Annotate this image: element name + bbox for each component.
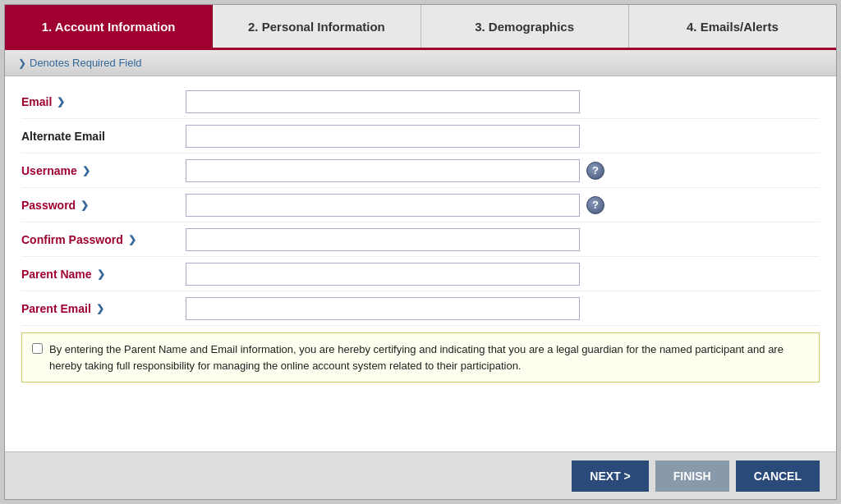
alternate-email-row: Alternate Email <box>21 119 820 153</box>
required-chevron: ❯ <box>57 96 65 108</box>
email-label: Email ❯ <box>21 95 186 108</box>
finish-button[interactable]: FINISH <box>655 460 729 492</box>
required-field-note: ❯ Denotes Required Field <box>5 50 836 76</box>
tab-personal[interactable]: 2. Personal Information <box>213 5 420 48</box>
password-help-icon[interactable]: ? <box>586 196 604 214</box>
email-input-wrap <box>186 90 820 113</box>
parent-email-input[interactable] <box>186 297 580 320</box>
username-input[interactable] <box>186 159 580 182</box>
required-chevron: ❯ <box>128 234 136 245</box>
password-label: Password ❯ <box>21 199 186 212</box>
confirm-password-label: Confirm Password ❯ <box>21 233 186 246</box>
alternate-email-input[interactable] <box>186 125 580 148</box>
email-row: Email ❯ <box>21 85 820 119</box>
parent-name-row: Parent Name ❯ <box>21 257 820 291</box>
form-area: Email ❯ Alternate Email Username <box>5 76 836 451</box>
password-input-wrap: ? <box>186 194 820 217</box>
password-row: Password ❯ ? <box>21 188 820 222</box>
next-button[interactable]: NEXT > <box>572 460 648 492</box>
required-chevron: ❯ <box>97 268 105 280</box>
email-input[interactable] <box>186 90 580 113</box>
username-label: Username ❯ <box>21 164 186 177</box>
confirm-password-input[interactable] <box>186 228 580 251</box>
content-area: ❯ Denotes Required Field Email ❯ Alterna… <box>5 50 836 451</box>
tab-emails[interactable]: 4. Emails/Alerts <box>629 5 836 48</box>
tab-demographics[interactable]: 3. Demographics <box>421 5 629 48</box>
username-help-icon[interactable]: ? <box>586 162 604 180</box>
parent-name-input-wrap <box>186 263 820 286</box>
guardian-notice: By entering the Parent Name and Email in… <box>21 332 820 383</box>
parent-email-row: Parent Email ❯ <box>21 291 820 326</box>
alternate-email-label: Alternate Email <box>21 130 186 143</box>
tab-bar: 1. Account Information 2. Personal Infor… <box>5 5 836 50</box>
username-input-wrap: ? <box>186 159 820 182</box>
cancel-button[interactable]: CANCEL <box>736 460 820 492</box>
parent-name-label: Parent Name ❯ <box>21 268 186 281</box>
password-input[interactable] <box>186 194 580 217</box>
alternate-email-input-wrap <box>186 125 820 148</box>
required-chevron: ❯ <box>82 165 90 176</box>
chevron-icon: ❯ <box>18 57 26 69</box>
parent-name-input[interactable] <box>186 263 580 286</box>
confirm-password-input-wrap <box>186 228 820 251</box>
required-chevron: ❯ <box>96 303 104 314</box>
footer-bar: NEXT > FINISH CANCEL <box>5 451 836 499</box>
parent-email-label: Parent Email ❯ <box>21 302 186 315</box>
guardian-checkbox[interactable] <box>32 343 43 354</box>
parent-email-input-wrap <box>186 297 820 320</box>
confirm-password-row: Confirm Password ❯ <box>21 222 820 257</box>
required-chevron: ❯ <box>80 199 89 211</box>
username-row: Username ❯ ? <box>21 153 820 188</box>
main-container: 1. Account Information 2. Personal Infor… <box>4 4 837 500</box>
tab-account[interactable]: 1. Account Information <box>5 5 213 48</box>
